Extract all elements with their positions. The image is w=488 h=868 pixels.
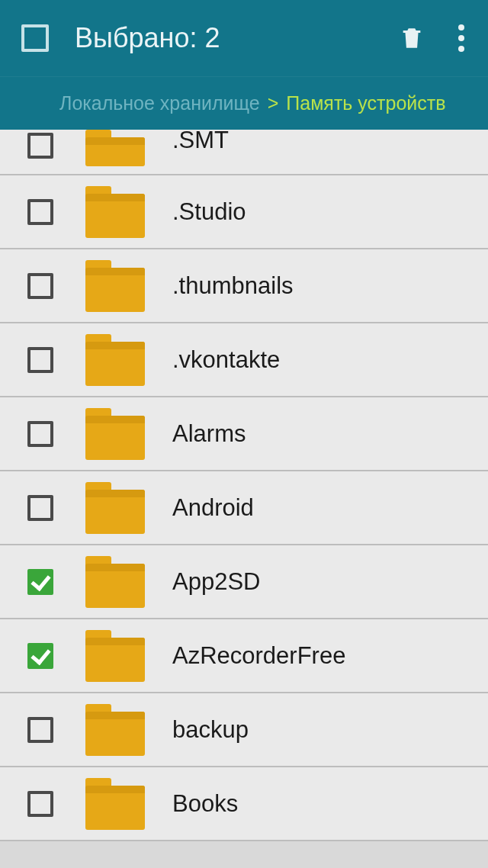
folder-name: App2SD [172,568,260,596]
folder-icon [85,408,145,460]
breadcrumb-root[interactable]: Локальное хранилище [59,92,260,114]
folder-name: .vkontakte [172,346,280,374]
list-item[interactable]: App2SD [0,545,488,619]
item-checkbox[interactable] [27,717,53,743]
more-menu-button[interactable] [450,23,473,53]
list-item[interactable]: .SMT [0,130,488,175]
breadcrumb-current[interactable]: Память устройств [286,92,445,114]
folder-list: .SMT.Studio.thumbnails.vkontakteAlarmsAn… [0,130,488,841]
folder-name: Alarms [172,420,246,448]
folder-icon [85,186,145,238]
list-item[interactable]: backup [0,693,488,767]
folder-name: Books [172,790,238,818]
item-checkbox[interactable] [27,273,53,299]
item-checkbox[interactable] [27,643,53,669]
list-item[interactable]: .Studio [0,175,488,249]
folder-icon [85,260,145,312]
delete-button[interactable] [396,23,427,53]
folder-icon [85,130,145,166]
chevron-right-icon: > [268,92,279,114]
breadcrumb: Локальное хранилище > Память устройств [0,76,488,130]
list-item[interactable]: .thumbnails [0,249,488,323]
item-checkbox[interactable] [27,347,53,373]
folder-icon [85,704,145,756]
list-item[interactable]: AzRecorderFree [0,619,488,693]
item-checkbox[interactable] [27,133,53,159]
folder-name: AzRecorderFree [172,642,345,670]
folder-name: .SMT [172,127,229,154]
item-checkbox[interactable] [27,421,53,447]
folder-name: Android [172,494,254,522]
folder-icon [85,556,145,608]
list-item[interactable]: .vkontakte [0,323,488,397]
folder-name: .Studio [172,198,246,226]
folder-name: .thumbnails [172,272,294,300]
list-item[interactable]: Android [0,471,488,545]
selection-title: Выбрано: 2 [75,22,396,54]
folder-icon [85,778,145,830]
more-icon [458,24,464,31]
trash-icon [399,24,425,53]
app-bar: Выбрано: 2 [0,0,488,76]
folder-icon [85,334,145,386]
item-checkbox[interactable] [27,569,53,595]
list-item[interactable]: Books [0,767,488,841]
folder-icon [85,482,145,534]
list-item[interactable]: Alarms [0,397,488,471]
item-checkbox[interactable] [27,495,53,521]
item-checkbox[interactable] [27,791,53,817]
item-checkbox[interactable] [27,199,53,225]
folder-name: backup [172,716,249,744]
folder-icon [85,630,145,682]
select-all-checkbox[interactable] [21,24,49,52]
